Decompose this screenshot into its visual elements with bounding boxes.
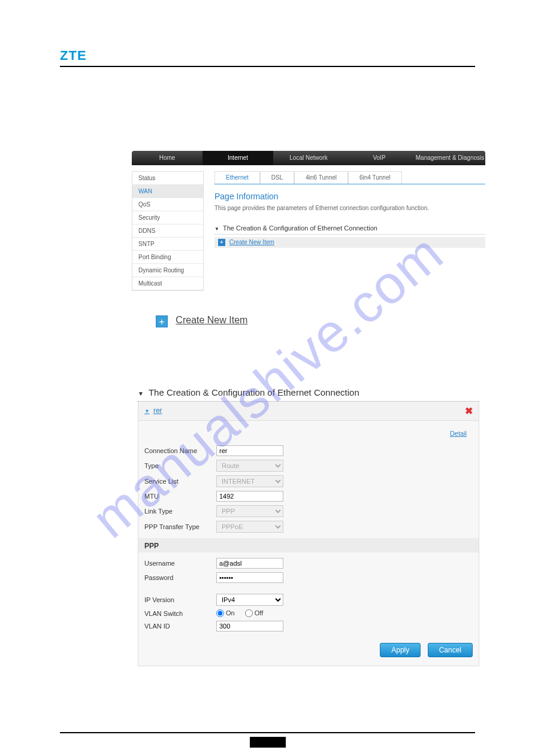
- ppp-header: PPP: [138, 538, 479, 552]
- sidebar-item-sntp[interactable]: SNTP: [132, 238, 203, 251]
- header-rule: [60, 66, 475, 67]
- item-header: rer ✖: [138, 402, 479, 421]
- type-select[interactable]: Route: [216, 460, 283, 472]
- plus-icon[interactable]: +: [218, 239, 225, 246]
- sidebar-item-qos[interactable]: QoS: [132, 198, 203, 211]
- create-new-item-link[interactable]: Create New Item: [229, 239, 274, 245]
- nav-home[interactable]: Home: [132, 151, 202, 165]
- sidebar-item-port-binding[interactable]: Port Binding: [132, 251, 203, 264]
- brand-logo: ZTE: [60, 48, 475, 63]
- username-label: Username: [144, 560, 216, 567]
- sidebar-item-status[interactable]: Status: [132, 172, 203, 185]
- username-input[interactable]: [216, 558, 283, 569]
- vlanid-input[interactable]: [216, 621, 283, 631]
- vlansw-label: VLAN Switch: [144, 610, 216, 617]
- sidebar-item-ddns[interactable]: DDNS: [132, 224, 203, 238]
- linktype-label: Link Type: [144, 508, 216, 515]
- page-title: Page Information: [214, 192, 485, 201]
- footer-rule: [60, 732, 475, 733]
- page-description: This page provides the parameters of Eth…: [214, 205, 485, 211]
- top-nav: Home Internet Local Network VoIP Managem…: [132, 151, 485, 165]
- tab-ethernet[interactable]: Ethernet: [214, 171, 260, 184]
- tab-6in4[interactable]: 6in4 Tunnel: [348, 171, 402, 184]
- tab-dsl[interactable]: DSL: [260, 171, 294, 184]
- ipver-label: IP Version: [144, 596, 216, 603]
- service-select[interactable]: INTERNET: [216, 475, 283, 487]
- sidebar-item-dynamic-routing[interactable]: Dynamic Routing: [132, 264, 203, 277]
- apply-button[interactable]: Apply: [380, 643, 421, 657]
- nav-local-network[interactable]: Local Network: [273, 151, 344, 165]
- ppptransfer-label: PPP Transfer Type: [144, 523, 216, 530]
- sidebar-item-security[interactable]: Security: [132, 211, 203, 224]
- create-row: + Create New Item: [214, 237, 485, 248]
- linktype-select[interactable]: PPP: [216, 505, 283, 517]
- vlanid-label: VLAN ID: [144, 623, 216, 630]
- detail-link[interactable]: Detail: [450, 430, 467, 437]
- conn-name-input[interactable]: [216, 445, 283, 456]
- vlan-off-label: Off: [255, 609, 263, 617]
- create-new-item-enlarged: + Create New Item: [156, 315, 475, 327]
- sidebar-item-multicast[interactable]: Multicast: [132, 277, 203, 290]
- delete-icon[interactable]: ✖: [465, 405, 473, 417]
- sidebar-item-wan[interactable]: WAN: [132, 185, 203, 198]
- form-body: Detail Connection Name Type Route Servic…: [138, 421, 479, 667]
- tab-4in6[interactable]: 4in6 Tunnel: [294, 171, 348, 184]
- sidebar: Status WAN QoS Security DDNS SNTP Port B…: [132, 171, 204, 291]
- nav-mgmt-diag[interactable]: Management & Diagnosis: [415, 151, 485, 165]
- service-label: Service List: [144, 478, 216, 485]
- password-input[interactable]: [216, 572, 283, 583]
- section-header-ethernet[interactable]: The Creation & Configuration of Ethernet…: [214, 222, 485, 235]
- type-label: Type: [144, 462, 216, 469]
- plus-icon-large[interactable]: +: [156, 315, 168, 327]
- section-header-ethernet-2[interactable]: The Creation & Configuration of Ethernet…: [138, 387, 479, 402]
- sub-tabs: Ethernet DSL 4in6 Tunnel 6in4 Tunnel: [214, 171, 485, 184]
- footer-page-block: [250, 737, 286, 748]
- create-new-item-link-large[interactable]: Create New Item: [176, 315, 247, 325]
- router-ui-screenshot: Home Internet Local Network VoIP Managem…: [132, 151, 485, 291]
- config-panel: The Creation & Configuration of Ethernet…: [138, 387, 479, 667]
- ppptransfer-select[interactable]: PPPoE: [216, 521, 283, 533]
- mtu-label: MTU: [144, 493, 216, 500]
- vlan-on-radio[interactable]: [216, 609, 224, 617]
- ipver-select[interactable]: IPv4: [216, 594, 283, 606]
- item-name-link[interactable]: rer: [144, 406, 162, 415]
- vlan-on-label: On: [226, 609, 235, 617]
- cancel-button[interactable]: Cancel: [428, 643, 473, 657]
- vlan-off-radio[interactable]: [245, 609, 253, 617]
- nav-voip[interactable]: VoIP: [344, 151, 415, 165]
- conn-name-label: Connection Name: [144, 447, 216, 454]
- mtu-input[interactable]: [216, 491, 283, 502]
- nav-internet[interactable]: Internet: [202, 151, 273, 165]
- password-label: Password: [144, 574, 216, 581]
